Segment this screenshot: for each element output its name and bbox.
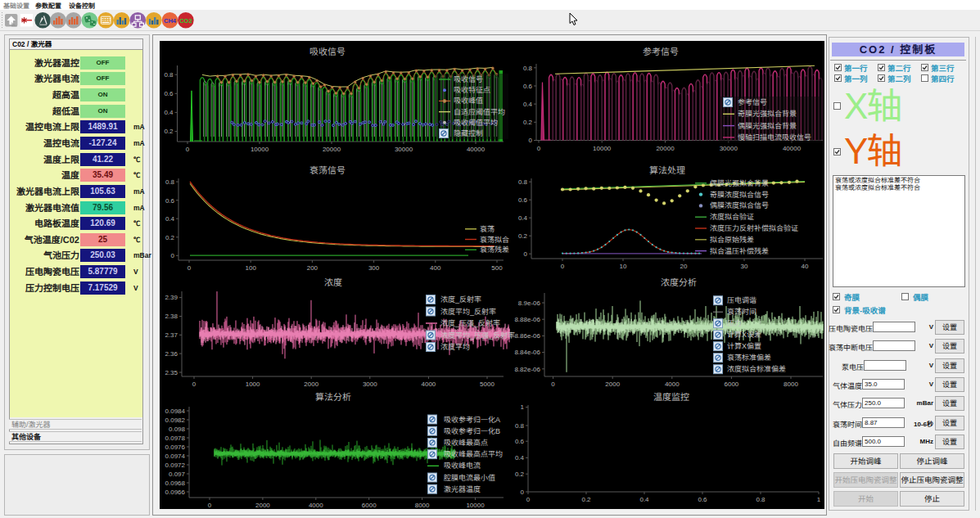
svg-text:浓度压力反射补偿拟合验证: 浓度压力反射补偿拟合验证 [710,224,798,232]
svg-text:吸收峰最高点: 吸收峰最高点 [444,439,488,447]
svg-text:6000: 6000 [362,502,377,509]
svg-text:1: 1 [817,496,821,503]
svg-text:40000: 40000 [783,145,802,152]
svg-text:8.9e-06: 8.9e-06 [518,300,541,307]
svg-text:0.2: 0.2 [165,234,175,241]
svg-text:衰荡信号: 衰荡信号 [309,165,345,175]
svg-text:吸收峰最高点平均: 吸收峰最高点平均 [444,450,503,458]
svg-text:隐藏控制: 隐藏控制 [454,129,483,137]
svg-text:慢轴扫描电流吸收信号: 慢轴扫描电流吸收信号 [738,133,811,142]
svg-text:6000: 6000 [725,381,739,388]
svg-text:0: 0 [537,145,541,152]
svg-text:算法处理: 算法处理 [649,165,685,175]
svg-text:2.37: 2.37 [165,331,178,339]
svg-text:0.8: 0.8 [164,71,174,79]
svg-text:奇膜光强拟合背景: 奇膜光强拟合背景 [738,110,797,118]
svg-text:0.2: 0.2 [518,232,528,240]
svg-text:2.38: 2.38 [165,313,178,320]
svg-text:200: 200 [307,264,318,272]
svg-text:衰荡时间: 衰荡时间 [727,308,756,316]
svg-text:吸收参考归一化A: 吸收参考归一化A [444,416,500,424]
svg-text:20000: 20000 [323,146,341,153]
svg-text:2.35: 2.35 [165,369,178,376]
svg-text:20: 20 [680,263,688,270]
svg-text:0.6: 0.6 [164,90,174,97]
svg-text:0.6: 0.6 [523,83,533,90]
svg-text:0: 0 [171,252,175,259]
svg-text:吸收峰值: 吸收峰值 [454,97,483,105]
svg-text:衰荡标准偏差: 衰荡标准偏差 [727,354,771,362]
svg-text:计算X偏置: 计算X偏置 [727,342,761,350]
svg-text:400: 400 [430,264,441,272]
svg-text:4000: 4000 [665,381,680,388]
svg-text:0.0966: 0.0966 [165,489,186,496]
svg-text:0.8: 0.8 [515,422,525,430]
svg-text:浓度_反射率: 浓度_反射率 [440,295,481,304]
svg-text:4000: 4000 [422,381,436,388]
svg-text:0.0972: 0.0972 [165,462,186,469]
svg-text:10000: 10000 [466,502,485,509]
svg-text:8000: 8000 [784,381,798,388]
svg-text:0: 0 [521,489,525,496]
svg-text:2000: 2000 [605,381,620,388]
svg-text:30000: 30000 [720,145,738,152]
svg-text:2000: 2000 [255,502,270,509]
svg-text:2.39: 2.39 [165,294,178,301]
svg-text:0.6: 0.6 [515,438,525,445]
svg-text:0.6: 0.6 [518,196,528,204]
svg-text:0: 0 [187,264,192,272]
svg-text:CO2: CO2 [179,17,192,25]
svg-text:偶膜光强拟合背景: 偶膜光强拟合背景 [710,179,769,187]
svg-text:吸收峰电流: 吸收峰电流 [444,462,481,470]
svg-text:0.0982: 0.0982 [165,417,186,424]
svg-text:衰荡: 衰荡 [480,225,495,233]
svg-text:8.82e-06: 8.82e-06 [514,366,540,373]
svg-text:0.0974: 0.0974 [165,453,186,460]
svg-text:8000: 8000 [415,502,430,509]
svg-text:0: 0 [526,496,531,503]
svg-text:0.6: 0.6 [165,197,175,205]
svg-text:30000: 30000 [395,146,413,153]
svg-text:0.4: 0.4 [165,215,175,223]
svg-text:10000: 10000 [251,146,269,153]
svg-text:40000: 40000 [467,146,485,153]
svg-text:0.6: 0.6 [698,496,707,503]
svg-text:2000: 2000 [304,381,318,388]
svg-text:浓度分析: 浓度分析 [661,277,697,287]
svg-text:300: 300 [368,264,380,272]
svg-text:温度监控: 温度监控 [653,392,689,402]
svg-text:0.8: 0.8 [756,496,765,503]
svg-text:腔膜电流最小值: 腔膜电流最小值 [444,474,495,482]
svg-text:浓度拟合验证: 浓度拟合验证 [710,213,754,221]
svg-text:0: 0 [529,137,533,144]
svg-text:2.36: 2.36 [165,350,178,358]
svg-text:偶膜光强拟合背景: 偶膜光强拟合背景 [738,122,797,130]
svg-text:浓度平均_压强_反射率: 浓度平均_压强_反射率 [440,331,515,340]
svg-text:吸收信号: 吸收信号 [454,75,483,83]
svg-text:拟合原始残差: 拟合原始残差 [710,236,754,244]
svg-text:3000: 3000 [363,381,377,388]
svg-text:0.8: 0.8 [523,65,533,72]
svg-text:0.4: 0.4 [518,214,528,222]
svg-text:0.0978: 0.0978 [165,435,186,442]
svg-text:0.0968: 0.0968 [165,480,186,487]
svg-text:自适应阈值平均: 自适应阈值平均 [454,108,505,116]
svg-text:0.4: 0.4 [515,454,525,462]
svg-text:衰荡拟合: 衰荡拟合 [480,236,509,244]
svg-text:8.88e-06: 8.88e-06 [514,316,540,323]
svg-text:吸收特征点: 吸收特征点 [454,86,490,94]
svg-text:0.4: 0.4 [164,109,174,116]
svg-text:30: 30 [741,263,748,270]
svg-text:100: 100 [246,264,257,272]
svg-text:40: 40 [802,263,809,270]
svg-text:1000: 1000 [246,381,260,388]
svg-text:计算X误差: 计算X误差 [727,331,761,339]
svg-text:4000: 4000 [309,502,323,509]
svg-text:浓度: 浓度 [324,277,342,287]
svg-text:0.2: 0.2 [581,496,591,503]
svg-text:压电调谐: 压电调谐 [727,296,756,304]
svg-text:吸收信号: 吸收信号 [309,47,345,56]
svg-text:参考信号: 参考信号 [738,98,767,106]
svg-text:0.2: 0.2 [523,119,533,126]
svg-text:激光器温度: 激光器温度 [444,485,481,493]
